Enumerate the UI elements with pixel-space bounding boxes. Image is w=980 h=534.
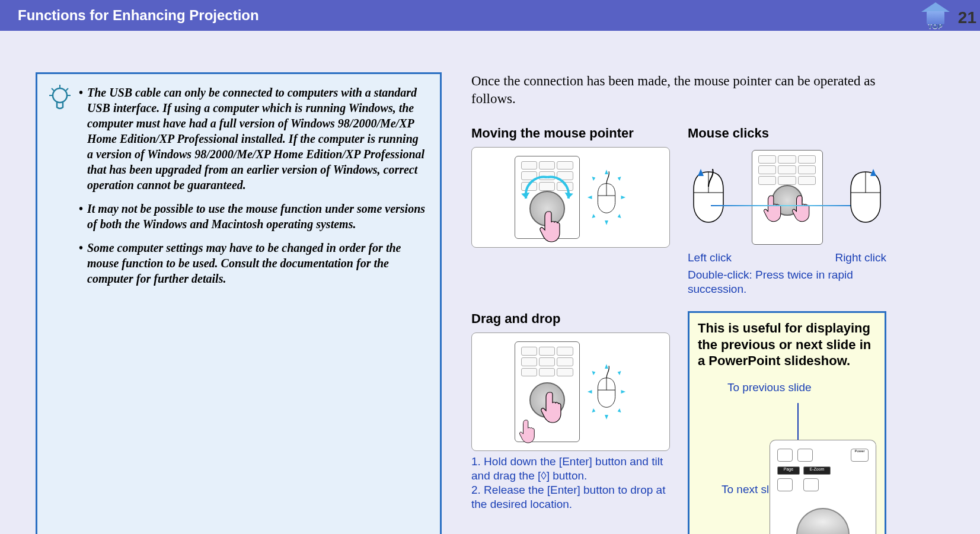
page-header: Functions for Enhancing Projection: [0, 0, 980, 31]
section-title-move: Moving the mouse pointer: [471, 126, 670, 141]
tip-item: Some computer settings may have to be ch…: [79, 240, 427, 286]
page-number: 21: [958, 8, 976, 27]
svg-marker-15: [617, 177, 621, 181]
header-title: Functions for Enhancing Projection: [18, 7, 259, 24]
tip-list: The USB cable can only be connected to c…: [79, 85, 427, 286]
svg-marker-12: [587, 196, 592, 199]
hand-icon: [519, 419, 537, 444]
intro-text: Once the connection has been made, the m…: [471, 72, 886, 108]
hand-icon: [791, 194, 812, 223]
svg-marker-32: [592, 408, 595, 413]
top-home-button[interactable]: TOP: [915, 0, 956, 34]
svg-point-0: [53, 88, 67, 103]
mouse-with-arrows-icon: [586, 338, 627, 445]
section-title-drag: Drag and drop: [471, 311, 670, 327]
remote-page-buttons-illustration: Page E-Zoom Power: [770, 440, 876, 534]
svg-marker-7: [521, 192, 529, 198]
ppt-heading: This is useful for displaying the previo…: [698, 320, 876, 369]
powerpoint-tip-box: This is useful for displaying the previo…: [688, 311, 886, 534]
svg-marker-27: [605, 415, 608, 420]
svg-marker-13: [621, 196, 625, 199]
svg-marker-33: [617, 408, 621, 413]
svg-marker-28: [587, 390, 592, 394]
svg-marker-31: [617, 371, 621, 375]
left-click-label: Left click: [688, 251, 732, 264]
lightbulb-icon: [48, 85, 72, 114]
svg-marker-26: [605, 364, 608, 369]
remote-illustration: [515, 156, 580, 239]
remote-drag-illustration: [515, 341, 580, 442]
mouse-right-click-icon: [845, 169, 886, 225]
hand-icon: [540, 391, 564, 424]
prev-slide-label: To previous slide: [727, 381, 876, 394]
mouse-left-click-icon: [688, 169, 729, 225]
svg-marker-11: [605, 220, 608, 225]
svg-line-3: [66, 88, 68, 91]
mouse-with-arrows-icon: [586, 165, 627, 230]
diagram-mouse-clicks: [688, 147, 886, 248]
svg-line-2: [52, 88, 54, 91]
svg-marker-6: [564, 192, 573, 198]
svg-marker-30: [592, 371, 595, 375]
home-icon: [922, 2, 949, 24]
tip-box: The USB cable can only be connected to c…: [36, 72, 442, 534]
section-title-clicks: Mouse clicks: [688, 126, 886, 141]
svg-marker-14: [592, 177, 595, 181]
drag-steps: 1. Hold down the [Enter] button and tilt…: [471, 455, 670, 511]
svg-marker-17: [617, 214, 621, 218]
svg-marker-29: [621, 390, 625, 394]
svg-marker-10: [605, 170, 608, 174]
right-click-label: Right click: [835, 251, 886, 264]
diagram-move-pointer: [471, 147, 670, 248]
remote-clicks-illustration: [752, 150, 823, 245]
tip-item: The USB cable can only be connected to c…: [79, 85, 427, 193]
double-click-note: Double-click: Press twice in rapid succe…: [688, 268, 886, 296]
tilt-arrows-icon: [520, 174, 574, 223]
diagram-drag-drop: [471, 332, 670, 451]
hand-icon: [763, 194, 783, 223]
svg-marker-16: [592, 214, 595, 218]
tip-item: It may not be possible to use the mouse …: [79, 201, 427, 232]
